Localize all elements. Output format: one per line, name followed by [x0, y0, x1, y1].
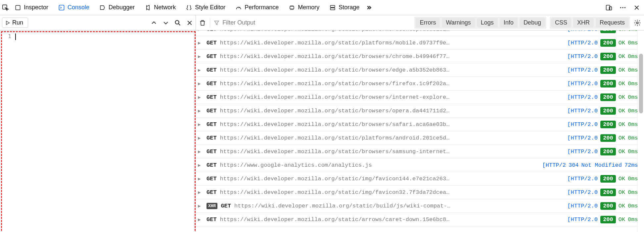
filter-output[interactable] — [213, 19, 411, 27]
disclosure-triangle-icon[interactable]: ▶ — [198, 203, 203, 209]
log-row[interactable]: ▶GEThttps://www.google-analytics.com/ana… — [196, 158, 644, 172]
pill-xhr[interactable]: XHR — [573, 18, 594, 28]
pick-element-icon[interactable] — [1, 4, 9, 12]
log-row[interactable]: ▶GEThttps://wiki.developer.mozilla.org/s… — [196, 118, 644, 131]
log-row[interactable]: ▶GEThttps://wiki.developer.mozilla.org/s… — [196, 145, 644, 158]
log-row[interactable]: ▶XHRGEThttps://wiki.developer.mozilla.or… — [196, 199, 644, 213]
log-row[interactable]: ▶GEThttps://wiki.developer.mozilla.org/s… — [196, 77, 644, 90]
request-url[interactable]: https://wiki.developer.mozilla.org/stati… — [220, 121, 564, 128]
request-url[interactable]: https://wiki.developer.mozilla.org/stati… — [220, 176, 564, 182]
http-method: GET — [207, 135, 217, 141]
request-url[interactable]: https://wiki.developer.mozilla.org/stati… — [220, 94, 564, 100]
disclosure-triangle-icon[interactable]: ▶ — [198, 108, 203, 114]
disclosure-triangle-icon[interactable]: ▶ — [198, 162, 203, 168]
disclosure-triangle-icon[interactable]: ▶ — [198, 176, 203, 182]
scrollbar-thumb[interactable] — [639, 54, 643, 113]
pill-css[interactable]: CSS — [551, 18, 571, 28]
tab-label: Memory — [298, 4, 319, 11]
svg-point-11 — [175, 20, 179, 24]
history-prev-icon[interactable] — [150, 19, 158, 27]
request-url[interactable]: https://wiki.developer.mozilla.org/stati… — [220, 30, 564, 32]
disclosure-triangle-icon[interactable]: ▶ — [198, 54, 203, 59]
reverse-search-icon[interactable] — [174, 19, 182, 27]
disclosure-triangle-icon[interactable]: ▶ — [198, 135, 203, 141]
code-editor[interactable]: 1 — [0, 30, 196, 232]
console-settings-icon[interactable] — [633, 19, 641, 27]
request-url[interactable]: https://wiki.developer.mozilla.org/stati… — [220, 189, 564, 196]
tab-performance[interactable]: Performance — [231, 1, 283, 14]
protocol: [HTTP/2.0 — [567, 135, 598, 141]
code-area[interactable] — [14, 30, 196, 232]
pill-requests[interactable]: Requests — [596, 18, 629, 28]
log-row[interactable]: ▶GEThttps://wiki.developer.mozilla.org/s… — [196, 50, 644, 63]
request-url[interactable]: https://wiki.developer.mozilla.org/stati… — [234, 203, 564, 209]
protocol: [HTTP/2.0 — [567, 176, 598, 182]
tab-network[interactable]: Network — [140, 1, 180, 14]
status-text: OK — [619, 189, 625, 196]
log-row[interactable]: ▶GEThttps://wiki.developer.mozilla.org/s… — [196, 213, 644, 226]
disclosure-triangle-icon[interactable]: ▶ — [198, 67, 203, 73]
protocol: [HTTP/2.0 — [567, 216, 598, 223]
tab-debugger[interactable]: Debugger — [95, 1, 139, 14]
scrollbar-track[interactable] — [637, 30, 644, 232]
disclosure-triangle-icon[interactable]: ▶ — [198, 81, 203, 87]
kebab-menu-icon[interactable] — [619, 4, 627, 12]
pill-warnings[interactable]: Warnings — [442, 18, 475, 28]
more-tabs-icon[interactable] — [365, 4, 373, 12]
separator — [210, 18, 210, 28]
log-row[interactable]: ▶GEThttps://wiki.developer.mozilla.org/s… — [196, 131, 644, 145]
disclosure-triangle-icon[interactable]: ▶ — [198, 30, 203, 32]
request-url[interactable]: https://wiki.developer.mozilla.org/stati… — [220, 53, 564, 60]
request-url[interactable]: https://wiki.developer.mozilla.org/stati… — [220, 81, 564, 87]
log-row[interactable]: ▶GEThttps://wiki.developer.mozilla.org/s… — [196, 186, 644, 199]
request-url[interactable]: https://wiki.developer.mozilla.org/stati… — [220, 135, 564, 141]
request-url[interactable]: https://wiki.developer.mozilla.org/stati… — [220, 108, 564, 114]
pill-logs[interactable]: Logs — [477, 18, 498, 28]
svg-rect-4 — [331, 5, 335, 7]
disclosure-triangle-icon[interactable]: ▶ — [198, 94, 203, 100]
status-text: OK — [619, 203, 625, 209]
storage-icon — [329, 4, 336, 11]
tab-inspector[interactable]: Inspector — [10, 1, 53, 14]
responsive-design-icon[interactable] — [605, 4, 613, 12]
status-code: 200 — [600, 80, 616, 87]
close-devtools-icon[interactable] — [633, 4, 641, 12]
pill-debug[interactable]: Debug — [520, 18, 545, 28]
tab-console[interactable]: Console — [54, 1, 94, 14]
request-url[interactable]: https://www.google-analytics.com/analyti… — [220, 162, 539, 168]
filter-input[interactable] — [222, 19, 411, 27]
log-row[interactable]: ▶GEThttps://wiki.developer.mozilla.org/s… — [196, 90, 644, 104]
response-meta: [HTTP/2.0200OK0ms] — [567, 189, 641, 196]
disclosure-triangle-icon[interactable]: ▶ — [198, 122, 203, 127]
status-text: OK — [619, 176, 625, 182]
log-row[interactable]: ▶GEThttps://wiki.developer.mozilla.org/s… — [196, 63, 644, 77]
log-row[interactable]: ▶GEThttps://wiki.developer.mozilla.org/s… — [196, 36, 644, 50]
log-list[interactable]: ▶GEThttps://wiki.developer.mozilla.org/s… — [196, 30, 644, 232]
tab-storage[interactable]: Storage — [325, 1, 364, 14]
debugger-icon — [99, 4, 106, 11]
log-row[interactable]: ▶GEThttps://wiki.developer.mozilla.org/s… — [196, 172, 644, 186]
run-button[interactable]: Run — [2, 18, 28, 28]
close-editor-icon[interactable] — [186, 19, 194, 27]
disclosure-triangle-icon[interactable]: ▶ — [198, 190, 203, 195]
disclosure-triangle-icon[interactable]: ▶ — [198, 217, 203, 222]
clear-console-icon[interactable] — [199, 19, 207, 27]
tab-memory[interactable]: Memory — [284, 1, 324, 14]
log-row[interactable]: ▶GEThttps://wiki.developer.mozilla.org/s… — [196, 30, 644, 36]
request-url[interactable]: https://wiki.developer.mozilla.org/stati… — [220, 40, 564, 46]
disclosure-triangle-icon[interactable]: ▶ — [198, 149, 203, 154]
status-text: Not Modified — [581, 162, 622, 168]
tab-style-editor[interactable]: Style Editor — [181, 1, 230, 14]
status-code: 200 — [600, 66, 616, 74]
http-method: GET — [207, 162, 217, 168]
log-row[interactable]: ▶GEThttps://wiki.developer.mozilla.org/s… — [196, 104, 644, 118]
pill-errors[interactable]: Errors — [416, 18, 440, 28]
request-url[interactable]: https://wiki.developer.mozilla.org/stati… — [220, 216, 564, 223]
svg-point-10 — [624, 7, 626, 8]
history-next-icon[interactable] — [162, 19, 170, 27]
disclosure-triangle-icon[interactable]: ▶ — [198, 40, 203, 46]
status-code: 200 — [600, 121, 616, 128]
request-url[interactable]: https://wiki.developer.mozilla.org/stati… — [220, 148, 564, 155]
pill-info[interactable]: Info — [500, 18, 518, 28]
request-url[interactable]: https://wiki.developer.mozilla.org/stati… — [220, 67, 564, 73]
